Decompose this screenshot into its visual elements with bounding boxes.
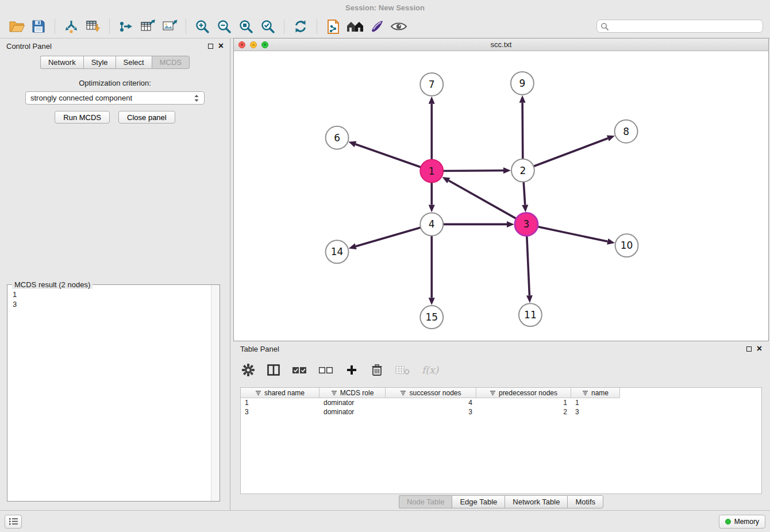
table-cell: 3: [571, 408, 620, 416]
zoom-out-button[interactable]: [213, 17, 235, 36]
delete-column-button[interactable]: [370, 362, 384, 378]
graph-edge[interactable]: [356, 144, 421, 167]
graph-edge[interactable]: [449, 180, 517, 218]
export-network-icon: [118, 19, 133, 34]
table-cell: 3: [386, 408, 476, 416]
table-row[interactable]: 3dominator323: [241, 407, 761, 417]
select-all-rows-button[interactable]: [292, 362, 307, 378]
tab-node-table[interactable]: Node Table: [399, 495, 452, 508]
refresh-view-button[interactable]: [290, 17, 311, 36]
table-cell: 1: [571, 399, 620, 407]
network-graph-svg: 7968124314101511: [234, 51, 768, 341]
network-window-titlebar[interactable]: scc.txt: [234, 38, 768, 51]
node-table: shared nameMCDS rolesuccessor nodesprede…: [240, 387, 762, 494]
graph-node-label: 6: [334, 132, 340, 144]
new-network-from-selection-button[interactable]: [322, 17, 344, 36]
graph-edge[interactable]: [537, 227, 607, 242]
zoom-window-icon[interactable]: [261, 41, 268, 48]
mcds-result-list[interactable]: 13: [7, 287, 210, 500]
zoom-in-button[interactable]: [191, 17, 213, 36]
graph-edge[interactable]: [443, 171, 503, 171]
table-panel-title: Table Panel: [240, 345, 279, 353]
tab-edge-table[interactable]: Edge Table: [452, 495, 505, 508]
window-titlebar[interactable]: Session: New Session: [0, 0, 770, 15]
graph-edge-arrow: [607, 136, 615, 141]
graph-node-label: 3: [523, 218, 530, 230]
zoom-fit-button[interactable]: [235, 17, 257, 36]
open-session-button[interactable]: [6, 17, 28, 36]
criterion-dropdown-value: strongly connected component: [30, 94, 132, 102]
delete-table-button[interactable]: [395, 362, 410, 378]
export-image-button[interactable]: [159, 17, 180, 36]
import-network-button[interactable]: [60, 17, 82, 36]
search-icon: [600, 22, 609, 30]
close-panel-icon[interactable]: ×: [218, 41, 224, 51]
deselect-all-icon: [318, 366, 333, 375]
column-header-successor-nodes[interactable]: successor nodes: [386, 388, 476, 398]
export-network-button[interactable]: [115, 17, 137, 36]
select-all-icon: [292, 366, 307, 375]
tab-network-table[interactable]: Network Table: [505, 495, 567, 508]
tab-motifs[interactable]: Motifs: [567, 495, 603, 508]
tab-select[interactable]: Select: [116, 56, 152, 69]
import-table-button[interactable]: [82, 17, 104, 36]
tab-network[interactable]: Network: [40, 56, 83, 69]
tab-style[interactable]: Style: [83, 56, 116, 69]
graph-edge-arrow: [519, 95, 526, 103]
close-panel-button[interactable]: Close panel: [118, 111, 175, 124]
show-hide-graphics-button[interactable]: [388, 17, 410, 36]
tab-mcds[interactable]: MCDS: [152, 56, 190, 69]
function-builder-icon[interactable]: f(x): [422, 364, 438, 376]
create-column-button[interactable]: [345, 362, 359, 378]
run-mcds-button[interactable]: Run MCDS: [55, 111, 110, 124]
style-paint-button[interactable]: [366, 17, 388, 36]
show-columns-button[interactable]: [267, 362, 280, 378]
mcds-result-group: MCDS result (2 nodes) 13: [7, 284, 220, 502]
graph-edge[interactable]: [522, 103, 523, 159]
column-header-shared-name[interactable]: shared name: [241, 388, 319, 398]
memory-button[interactable]: Memory: [719, 515, 765, 529]
graph-edge-arrow: [522, 205, 528, 212]
deselect-all-rows-button[interactable]: [318, 362, 333, 378]
graph-edge[interactable]: [356, 228, 421, 246]
graph-edge[interactable]: [534, 138, 608, 167]
table-cell: 4: [386, 399, 476, 407]
column-header-MCDS-role[interactable]: MCDS role: [319, 388, 386, 398]
apply-layout-button[interactable]: [344, 17, 366, 36]
column-header-name[interactable]: name: [571, 388, 620, 398]
toolbar-separator: [284, 19, 284, 34]
result-scrollbar[interactable]: [211, 285, 220, 501]
task-history-button[interactable]: [5, 515, 22, 529]
table-settings-button[interactable]: [241, 362, 255, 378]
search-box[interactable]: [596, 20, 763, 33]
graph-node-label: 15: [425, 311, 438, 323]
refresh-icon: [293, 19, 308, 34]
network-canvas[interactable]: 7968124314101511: [234, 51, 768, 341]
zoom-selected-icon: [260, 19, 275, 34]
graph-edge[interactable]: [523, 182, 525, 205]
graph-edge-arrow: [503, 167, 511, 174]
sort-icon: [255, 390, 261, 396]
float-panel-icon[interactable]: [208, 44, 213, 49]
delete-table-icon: [395, 365, 410, 375]
minimize-window-icon[interactable]: [250, 41, 257, 48]
graph-edge-arrow: [526, 295, 533, 303]
graph-node-label: 11: [524, 309, 537, 321]
export-table-button[interactable]: [137, 17, 159, 36]
graph-edge[interactable]: [527, 236, 530, 295]
graph-edge-arrow: [429, 97, 435, 104]
open-folder-icon: [9, 20, 25, 33]
table-row[interactable]: 1dominator411: [241, 398, 761, 407]
network-window: scc.txt 7968124314101511: [233, 38, 769, 341]
main-toolbar: [0, 15, 770, 38]
columns-icon: [267, 364, 280, 376]
column-header-predecessor-nodes[interactable]: predecessor nodes: [476, 388, 571, 398]
criterion-dropdown[interactable]: strongly connected component: [25, 91, 205, 105]
graph-node-label: 1: [429, 165, 435, 177]
zoom-selected-button[interactable]: [257, 17, 279, 36]
search-input[interactable]: [611, 22, 759, 30]
float-table-panel-icon[interactable]: [746, 346, 752, 352]
close-window-icon[interactable]: [238, 41, 245, 48]
save-session-button[interactable]: [28, 17, 49, 36]
close-table-panel-icon[interactable]: ×: [757, 344, 762, 353]
